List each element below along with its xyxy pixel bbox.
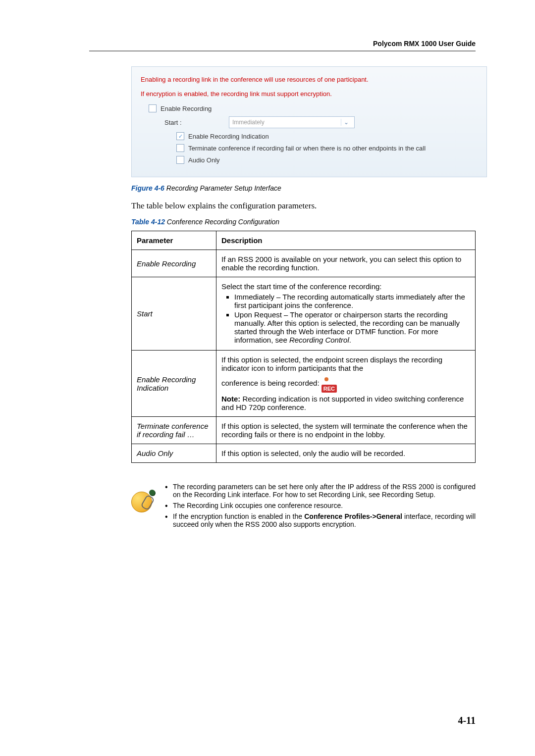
table-header-row: Parameter Description — [132, 231, 476, 250]
enable-recording-checkbox[interactable] — [149, 104, 157, 112]
table-row: Terminate conference if recording fail …… — [132, 417, 476, 444]
audio-only-checkbox[interactable] — [176, 156, 184, 164]
start-dropdown[interactable]: Immediately ⌄ — [229, 116, 355, 128]
desc-cell: If this option is selected, the endpoint… — [216, 351, 476, 417]
start-row: Start : Immediately ⌄ — [141, 116, 478, 128]
note-icon — [131, 492, 153, 513]
config-table: Parameter Description Enable Recording I… — [131, 231, 476, 463]
start-label: Start : — [164, 119, 214, 126]
terminate-label: Terminate conference if recording fail o… — [188, 145, 426, 152]
enable-recording-row: Enable Recording — [141, 104, 478, 112]
enable-indication-checkbox[interactable]: ✓ — [176, 132, 184, 140]
indication-text-1: If this option is selected, the endpoint… — [221, 355, 470, 372]
start-bullets: Immediately – The recording automaticall… — [221, 293, 470, 344]
bullet-immediately: Immediately – The recording automaticall… — [234, 293, 470, 309]
enable-recording-label: Enable Recording — [160, 105, 212, 112]
table-row: Enable Recording If an RSS 2000 is avail… — [132, 250, 476, 277]
param-cell: Enable Recording Indication — [132, 351, 216, 417]
note-item: The recording parameters can be set here… — [162, 483, 476, 499]
page: Polycom RMX 1000 User Guide Enabling a r… — [0, 0, 535, 756]
terminate-row: Terminate conference if recording fail o… — [141, 144, 478, 152]
figure-caption: Figure 4-6 Recording Parameter Setup Int… — [131, 184, 476, 192]
table-row: Audio Only If this option is selected, o… — [132, 444, 476, 463]
note-list: The recording parameters can be set here… — [162, 483, 476, 531]
table-row: Enable Recording Indication If this opti… — [132, 351, 476, 417]
table-caption-text: Conference Recording Configuration — [165, 218, 279, 226]
rec-badge-icon: REC — [321, 385, 337, 393]
warning-text-1: Enabling a recording link in the confere… — [141, 76, 478, 83]
figure-number: Figure 4-6 — [131, 184, 164, 192]
table-caption: Table 4-12 Conference Recording Configur… — [131, 218, 476, 226]
enable-indication-row: ✓ Enable Recording Indication — [141, 132, 478, 140]
note-section: The recording parameters can be set here… — [131, 483, 476, 531]
audio-only-row: Audio Only — [141, 156, 478, 164]
desc-cell: If an RSS 2000 is available on your netw… — [216, 250, 476, 277]
param-cell: Enable Recording — [132, 250, 216, 277]
page-number: 4-11 — [458, 715, 476, 726]
desc-cell: If this option is selected, only the aud… — [216, 444, 476, 463]
audio-only-label: Audio Only — [188, 156, 220, 164]
chevron-down-icon: ⌄ — [341, 119, 351, 126]
start-dropdown-value: Immediately — [232, 119, 265, 126]
param-cell: Start — [132, 277, 216, 351]
header-title: Polycom RMX 1000 User Guide — [89, 40, 476, 48]
rec-dot-icon — [321, 377, 330, 382]
table-number: Table 4-12 — [131, 218, 165, 226]
table-row: Start Select the start time of the confe… — [132, 277, 476, 351]
figure-text: Recording Parameter Setup Interface — [164, 184, 281, 192]
header-parameter: Parameter — [132, 231, 216, 250]
indication-note: Note: Recording indication is not suppor… — [221, 395, 470, 411]
note-item: If the encryption function is enabled in… — [162, 512, 476, 528]
terminate-checkbox[interactable] — [176, 144, 184, 152]
param-cell: Audio Only — [132, 444, 216, 463]
recording-settings-panel: Enabling a recording link in the confere… — [131, 66, 487, 177]
bullet-upon-request: Upon Request – The operator or chairpers… — [234, 310, 470, 344]
warning-text-2: If encryption is enabled, the recording … — [141, 90, 478, 98]
start-lead: Select the start time of the conference … — [221, 282, 382, 291]
header-description: Description — [216, 231, 476, 250]
indication-rec-line: conference is being recorded: REC — [221, 375, 470, 393]
intro-text: The table below explains the configurati… — [131, 201, 476, 211]
header-rule — [89, 50, 476, 51]
desc-cell: Select the start time of the conference … — [216, 277, 476, 351]
desc-cell: If this option is selected, the system w… — [216, 417, 476, 444]
enable-indication-label: Enable Recording Indication — [188, 133, 269, 140]
note-item: The Recording Link occupies one conferen… — [162, 502, 476, 509]
param-cell: Terminate conference if recording fail … — [132, 417, 216, 444]
